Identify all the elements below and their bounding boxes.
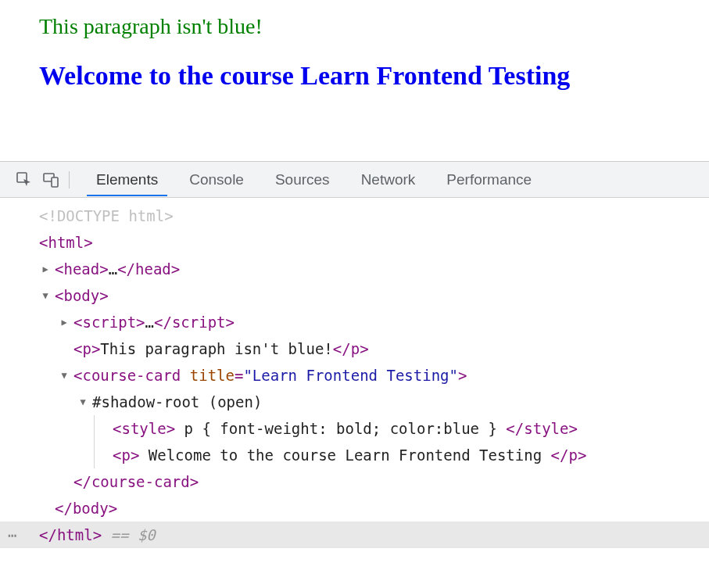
attr-title-name: title xyxy=(190,367,235,384)
dom-body-close[interactable]: </body> xyxy=(0,495,709,522)
tag-p-close: p xyxy=(351,340,360,357)
tag-html-close: html xyxy=(57,526,93,543)
tag-head-close: head xyxy=(135,260,171,278)
dom-doctype[interactable]: <!DOCTYPE html> xyxy=(0,203,709,229)
eq-zero: == $0 xyxy=(111,526,156,543)
devtools-panel: Elements Console Sources Network Perform… xyxy=(0,161,709,548)
disclosure-expanded-icon[interactable]: ▼ xyxy=(39,282,52,309)
toolbar-divider xyxy=(69,171,70,188)
tag-coursecard: course-card xyxy=(82,367,181,384)
dom-style[interactable]: <style> p { font-weight: bold; color:blu… xyxy=(0,415,709,442)
gutter-ellipsis: ⋯ xyxy=(8,522,17,548)
dom-inner-p[interactable]: <p> Welcome to the course Learn Frontend… xyxy=(0,442,709,468)
dom-p-outer[interactable]: <p>This paragraph isn't blue!</p> xyxy=(0,335,709,362)
dom-tree[interactable]: <!DOCTYPE html> <html> ▶ <head>…</head> … xyxy=(0,198,709,548)
doctype-text: <!DOCTYPE html> xyxy=(39,207,174,224)
dom-head[interactable]: ▶ <head>…</head> xyxy=(0,256,709,282)
tag-body-close: body xyxy=(73,500,109,517)
tag-innerp-close: p xyxy=(568,446,577,464)
inspect-icon[interactable] xyxy=(11,167,38,193)
tag-style-open: style xyxy=(121,420,166,437)
devtools-toolbar: Elements Console Sources Network Perform… xyxy=(0,162,709,198)
tab-performance[interactable]: Performance xyxy=(431,163,547,195)
dom-coursecard-close[interactable]: </course-card> xyxy=(0,468,709,495)
device-toggle-icon[interactable] xyxy=(38,167,64,193)
style-text: p { font-weight: bold; color:blue } xyxy=(175,420,506,437)
shadow-bar xyxy=(94,442,95,468)
disclosure-collapsed-icon[interactable]: ▶ xyxy=(58,309,70,335)
dom-html-close[interactable]: ⋯ </html> == $0 xyxy=(0,522,709,548)
rendered-page: This paragraph isn't blue! Welcome to th… xyxy=(0,0,709,114)
disclosure-expanded-icon[interactable]: ▼ xyxy=(77,389,89,415)
tab-sources[interactable]: Sources xyxy=(260,163,346,195)
tag-coursecard-close: course-card xyxy=(91,473,190,490)
dom-script[interactable]: ▶ <script>…</script> xyxy=(0,309,709,335)
head-ellipsis: … xyxy=(109,260,117,278)
tab-network[interactable]: Network xyxy=(346,163,431,195)
dom-body-open[interactable]: ▼ <body> xyxy=(0,282,709,309)
tab-elements[interactable]: Elements xyxy=(81,163,174,195)
tab-console[interactable]: Console xyxy=(174,163,260,195)
tag-html: html xyxy=(48,234,84,251)
dom-coursecard-open[interactable]: ▼ <course-card title="Learn Frontend Tes… xyxy=(0,362,709,389)
disclosure-expanded-icon[interactable]: ▼ xyxy=(58,362,70,389)
shadowroot-label: #shadow-root (open) xyxy=(92,393,262,411)
blue-heading: Welcome to the course Learn Frontend Tes… xyxy=(39,61,670,91)
innerp-text: Welcome to the course Learn Frontend Tes… xyxy=(139,446,550,464)
tag-body: body xyxy=(63,287,99,304)
disclosure-collapsed-icon[interactable]: ▶ xyxy=(39,256,52,282)
p-text: This paragraph isn't blue! xyxy=(100,340,332,357)
svg-rect-2 xyxy=(52,177,58,187)
script-ellipsis: … xyxy=(145,314,154,331)
tag-script-open: script xyxy=(82,314,136,331)
tag-style-close: style xyxy=(524,420,568,437)
shadow-bar xyxy=(94,415,95,442)
tag-head-open: head xyxy=(63,260,99,278)
tag-p-open: p xyxy=(82,340,91,357)
tag-script-close: script xyxy=(172,314,226,331)
attr-title-val: Learn Frontend Testing xyxy=(252,367,449,384)
dom-shadowroot[interactable]: ▼ #shadow-root (open) xyxy=(0,389,709,415)
dom-html-open[interactable]: <html> xyxy=(0,229,709,256)
green-paragraph: This paragraph isn't blue! xyxy=(39,14,670,39)
tag-innerp-open: p xyxy=(121,446,130,464)
